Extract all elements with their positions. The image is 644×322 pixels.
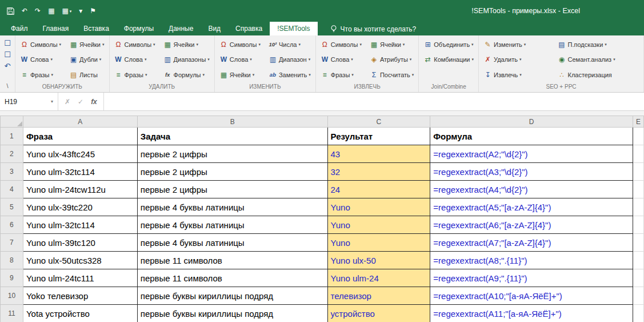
change-replace-button[interactable]: abЗаменить▾ [267,71,313,79]
row-header-3[interactable]: 3 [1,163,23,181]
change-numbers-button[interactable]: 10²Числа▾ [267,41,313,49]
cell-E4[interactable] [633,181,643,198]
extract-attributes-button[interactable]: ◈Атрибуты▾ [368,55,415,63]
cell-B6[interactable]: первые 4 буквы латиницы [137,216,327,234]
tab-view[interactable]: Вид [201,22,228,35]
cell-B8[interactable]: первые 11 символов [137,252,327,269]
row-header-11[interactable]: 11 [1,305,23,322]
extract-phrases-button[interactable]: ≡Фразы▾ [319,71,363,79]
cell-E2[interactable] [633,145,643,163]
cell-E8[interactable] [633,252,643,269]
cell-B3[interactable]: первые 2 цифры [137,163,327,181]
cell-C8[interactable]: Yuno ulx-50 [327,252,430,269]
seo-semantic-analysis-button[interactable]: ◉Семант.анализ▾ [556,55,641,63]
cell-A4[interactable]: Yuno ulm-24tcw112u [23,181,137,198]
seo-delete-button[interactable]: ✗Удалить▾ [482,55,551,63]
cell-E7[interactable] [633,234,643,252]
cell-C10[interactable]: телевизор [327,287,430,305]
cell-C6[interactable]: Yuno [327,216,430,234]
cell-B4[interactable]: первые 2 цифры [137,181,327,198]
seo-clustering-button[interactable]: ∴Кластеризация [556,71,641,79]
cell-D7[interactable]: =regexextract(A7;"[a-zA-Z]{4}") [430,234,633,252]
cell-E9[interactable] [633,269,643,287]
name-box[interactable]: H19 ▾ [0,93,58,110]
cell-A10[interactable]: Yoko телевизор [23,287,137,305]
detect-symbols-button[interactable]: ΩСимволы▾ [18,41,63,49]
detect-sheets-button[interactable]: ▤Листы [67,71,106,79]
cell-D11[interactable]: =regexextract(A11;"[а-яА-ЯёЁ]+") [430,305,633,322]
qat-customize-icon[interactable]: ▾ [79,7,82,14]
delete-symbols-button[interactable]: ΩСимволы▾ [113,41,157,49]
detect-cells-button[interactable]: ▦Ячейки▾ [67,41,106,49]
cell-B10[interactable]: первые буквы кириллицы подряд [137,287,327,305]
change-cells-button[interactable]: ▦Ячейки▾ [218,71,262,79]
row-header-1[interactable]: 1 [1,128,23,145]
touch-mode-icon[interactable]: ⚑ [90,7,96,14]
delete-ranges-button[interactable]: ▥Диапазоны▾ [162,55,211,63]
delete-cells-button[interactable]: ▦Ячейки▾ [162,41,211,49]
cell-A6[interactable]: Yuno ulm-32tc114 [23,216,137,234]
cell-D5[interactable]: =regexextract(A5;"[a-zA-Z]{4}") [430,198,633,216]
column-header-B[interactable]: B [137,116,327,128]
cell-D3[interactable]: =regexextract(A3;"\d{2}") [430,163,633,181]
row-header-5[interactable]: 5 [1,198,23,216]
cell-C1[interactable]: Результат [327,128,430,145]
row-header-2[interactable]: 2 [1,145,23,163]
row-header-6[interactable]: 6 [1,216,23,234]
column-header-A[interactable]: A [23,116,137,128]
cell-A8[interactable]: Yuno ulx-50utcs328 [23,252,137,269]
redo-icon[interactable]: ↷ [35,7,41,14]
detect-words-button[interactable]: WСлова▾ [18,55,63,63]
new-window-icon[interactable]: ▦ [48,7,54,14]
cell-B7[interactable]: первые 4 буквы латиницы [137,234,327,252]
join-merge-button[interactable]: ⊞Объединить▾ [422,41,475,49]
enter-icon[interactable]: ✓ [78,98,83,106]
cell-A9[interactable]: Yuno ulm-24tc111 [23,269,137,287]
checkbox-icon-1[interactable]: ☐ [4,39,11,47]
cell-B5[interactable]: первые 4 буквы латиницы [137,198,327,216]
cell-A11[interactable]: Yota устройство [23,305,137,322]
cell-A7[interactable]: Yuno ulm-39tc120 [23,234,137,252]
cell-C4[interactable]: 24 [327,181,430,198]
cell-B11[interactable]: первые буквы кириллицы подряд [137,305,327,322]
cell-C9[interactable]: Yuno ulm-24 [327,269,430,287]
cell-D9[interactable]: =regexextract(A9;".{11}") [430,269,633,287]
row-header-8[interactable]: 8 [1,252,23,269]
cancel-icon[interactable]: ✗ [65,98,70,106]
cell-B1[interactable]: Задача [137,128,327,145]
cell-A3[interactable]: Yuno ulm-32tc114 [23,163,137,181]
delete-formulas-button[interactable]: fxФормулы▾ [162,71,211,79]
extract-symbols-button[interactable]: ΩСимволы▾ [319,41,363,49]
cell-D2[interactable]: =regexextract(A2;"\d{2}") [430,145,633,163]
tab-file[interactable]: Файл [3,22,35,35]
chevron-down-icon[interactable]: ▾ [51,99,53,104]
insert-function-icon[interactable]: fx [91,98,97,106]
cell-D1[interactable]: Формула [430,128,633,145]
cell-E3[interactable] [633,163,643,181]
cell-C2[interactable]: 43 [327,145,430,163]
cell-E10[interactable] [633,287,643,305]
column-header-D[interactable]: D [430,116,633,128]
tab-semtools[interactable]: !SEMTools [270,22,317,35]
row-header-10[interactable]: 10 [1,287,23,305]
cell-D8[interactable]: =regexextract(A8;".{11}") [430,252,633,269]
tab-formulas[interactable]: Формулы [117,22,161,35]
cell-C7[interactable]: Yuno [327,234,430,252]
row-header-7[interactable]: 7 [1,234,23,252]
delete-phrases-button[interactable]: ≡Фразы▾ [113,71,157,79]
delete-words-button[interactable]: WСлова▾ [113,55,157,63]
extract-count-button[interactable]: ΣПосчитать▾ [368,71,415,79]
column-header-E[interactable]: E [633,116,643,128]
tab-home[interactable]: Главная [35,22,77,35]
column-header-C[interactable]: C [327,116,430,128]
cell-B2[interactable]: первые 2 цифры [137,145,327,163]
seo-extract-button[interactable]: ↧Извлечь▾ [482,71,551,79]
tab-data[interactable]: Данные [161,22,201,35]
undo-icon[interactable]: ↶ [22,7,27,14]
cell-D6[interactable]: =regexextract(A6;"[a-zA-Z]{4}") [430,216,633,234]
cell-B9[interactable]: первые 11 символов [137,269,327,287]
seo-change-button[interactable]: ✎Изменить▾ [482,41,551,49]
cell-E11[interactable] [633,305,643,322]
join-combinations-button[interactable]: ⇄Комбинации▾ [422,55,475,63]
cell-C5[interactable]: Yuno [327,198,430,216]
